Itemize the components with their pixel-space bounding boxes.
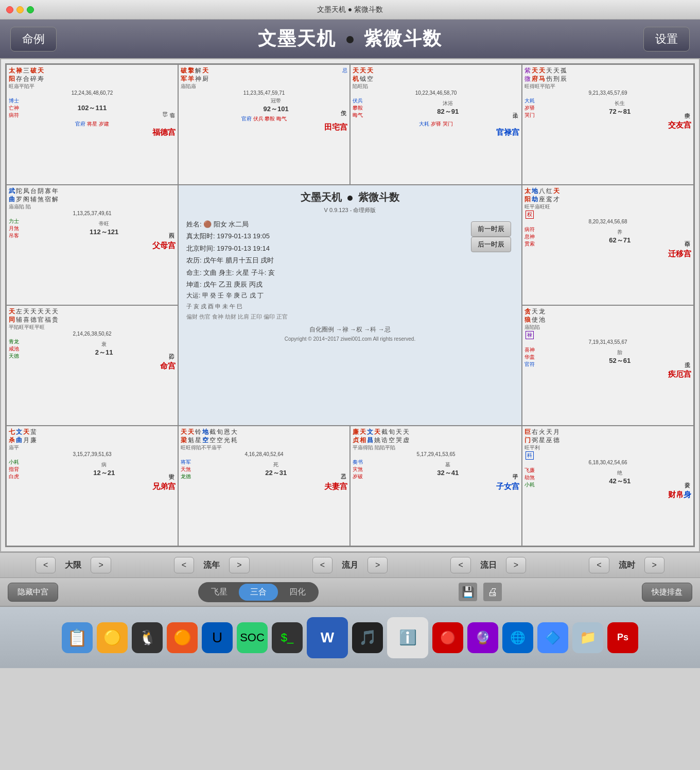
app-header: 命例 文墨天机 紫微斗数 设置 bbox=[0, 20, 700, 58]
nav-daxian: < 大限 > bbox=[4, 557, 143, 573]
cell-caibo: 巨右火天月 门弼星巫德 旺平利 科 6,18,30,42,54,66 飞廉 劫煞… bbox=[522, 426, 694, 546]
liuyear-label: 流年 bbox=[196, 560, 227, 571]
liuday-next-button[interactable]: > bbox=[506, 557, 526, 573]
palace-qianyi: 迁移宫 bbox=[524, 249, 691, 259]
dock-item-5[interactable]: SOC bbox=[237, 622, 268, 653]
cell-fuqi: 天天铃地截旬恩大 梁魁星空空空光耗 旺旺得陷不平庙平 4,16,28,40,52… bbox=[178, 426, 350, 546]
daxian-next-button[interactable]: > bbox=[91, 557, 111, 573]
center-info: 姓名: 🟤 阳女 水二局 真太阳时: 1979-01-13 19:05 北京时间… bbox=[186, 218, 514, 322]
dock-item-terminal[interactable]: $_ bbox=[272, 622, 303, 653]
quick-paipan-button[interactable]: 快捷排盘 bbox=[642, 583, 692, 602]
cell-center: 文墨天机 紫微斗数 V 0.9.123 - 命理师版 姓名: 🟤 阳女 水二局 … bbox=[178, 185, 522, 426]
cell-xiongdi: 七文天蜚 杀曲月廉 庙平 3,15,27,39,51,63 小耗 指背 白虎 病… bbox=[6, 426, 178, 546]
dock-item-red[interactable]: 🔴 bbox=[432, 622, 463, 653]
save-icon[interactable]: 💾 bbox=[459, 583, 477, 601]
nav-liuyear: < 流年 > bbox=[143, 557, 281, 573]
hide-center-button[interactable]: 隐藏中宫 bbox=[8, 583, 58, 602]
nav-liuday: < 流日 > bbox=[419, 557, 557, 573]
nav-liushi: < 流时 > bbox=[557, 557, 696, 573]
next-shichen-button[interactable]: 后一时辰 bbox=[471, 237, 511, 252]
nav-liumonth: < 流月 > bbox=[281, 557, 419, 573]
bottom-nav: < 大限 > < 流年 > < 流月 > < 流日 > < 流时 > bbox=[0, 552, 700, 578]
dock-item-globe[interactable]: 🌐 bbox=[502, 622, 533, 653]
feixin-button[interactable]: 飞星 bbox=[200, 584, 239, 601]
liushi-next-button[interactable]: > bbox=[644, 557, 664, 573]
window-controls[interactable] bbox=[6, 6, 34, 13]
liumonth-label: 流月 bbox=[335, 560, 365, 571]
app-title: 文墨天机 紫微斗数 bbox=[258, 26, 442, 51]
daxian-prev-button[interactable]: < bbox=[36, 557, 56, 573]
dock-item-purple[interactable]: 🔮 bbox=[467, 622, 498, 653]
cell-ming: 天左天天天天天 同辅喜德官福贵 平陷旺平旺平旺 2,14,26,38,50,62… bbox=[6, 305, 178, 426]
cell-zinv: 廉天文天截旬天天 贞相昌姚诰空哭虚 平庙得陷 陷陷平陷 5,17,29,41,5… bbox=[350, 426, 522, 546]
main-content: 太禄三破天 阳存合碎寿 旺庙平陷平 12,24,36,48,60,72 博士 亡… bbox=[0, 58, 700, 552]
palace-jie: 疾厄宫 bbox=[524, 370, 691, 379]
print-icon[interactable]: 🖨 bbox=[483, 583, 502, 601]
liushi-prev-button[interactable]: < bbox=[589, 557, 609, 573]
palace-ming: 命宫 bbox=[9, 361, 176, 371]
dock-item-folder[interactable]: 📁 bbox=[572, 622, 603, 653]
cell-tianzhai: 破擎解天 军羊神厨 庙陷庙 忌 11,23,35,47,59,71 冠带 92～… bbox=[178, 64, 350, 185]
chart-grid: 太禄三破天 阳存合碎寿 旺庙平陷平 12,24,36,48,60,72 博士 亡… bbox=[5, 63, 695, 547]
daxian-label: 大限 bbox=[58, 560, 89, 571]
palace-xiongdi: 兄弟宫 bbox=[9, 482, 176, 492]
cell-numbers-fude: 12,24,36,48,60,72 bbox=[9, 90, 176, 96]
cell-jie: 贪天龙 狼使池 庙陷陷 禄 7,19,31,43,55,67 喜神 华盖 官符 … bbox=[522, 305, 694, 426]
palace-jiaoyou: 交友宫 bbox=[524, 120, 691, 130]
sanhe-button[interactable]: 三合 bbox=[239, 584, 278, 601]
dock-item-4[interactable]: U bbox=[202, 622, 233, 653]
window-title: 文墨天机 ● 紫微斗数 bbox=[317, 5, 383, 14]
liumonth-next-button[interactable]: > bbox=[367, 557, 388, 573]
center-dot bbox=[347, 196, 353, 201]
palace-fude: 福德宫 bbox=[9, 128, 176, 137]
palace-zinv: 子女宫 bbox=[353, 482, 519, 492]
palace-fumu: 父母宫 bbox=[9, 241, 176, 251]
shezhi-button[interactable]: 设置 bbox=[643, 27, 690, 51]
bottom-toolbar: 隐藏中宫 飞星 三合 四化 💾 🖨 快捷排盘 bbox=[0, 578, 700, 606]
cell-fumu: 武陀凤台阴寡年 曲罗阁辅煞宿解 庙庙陷 陷 1,13,25,37,49,61 力… bbox=[6, 185, 178, 305]
dock-item-finder[interactable]: 📋 bbox=[62, 622, 93, 653]
maximize-button[interactable] bbox=[27, 6, 34, 13]
palace-fuqi: 夫妻宫 bbox=[181, 482, 347, 492]
minimize-button[interactable] bbox=[16, 6, 24, 13]
center-version: V 0.9.123 - 命理师版 bbox=[186, 206, 514, 214]
mingli-button[interactable]: 命例 bbox=[10, 27, 57, 51]
liuday-prev-button[interactable]: < bbox=[450, 557, 470, 573]
center-app-title: 文墨天机 紫微斗数 bbox=[186, 190, 514, 204]
liuyear-next-button[interactable]: > bbox=[229, 557, 249, 573]
liuday-label: 流日 bbox=[473, 560, 504, 571]
dock-item-blue[interactable]: 🔷 bbox=[537, 622, 568, 653]
palace-guanlu: 官禄宫 bbox=[353, 128, 519, 137]
liumonth-prev-button[interactable]: < bbox=[312, 557, 332, 573]
zihua-legend: 自化圈例 →禄 →权 →科 →忌 bbox=[186, 325, 514, 334]
copyright: Copyright © 2014~2017 ziwei001.com All r… bbox=[186, 336, 514, 342]
prev-shichen-button[interactable]: 前一时辰 bbox=[471, 221, 511, 237]
dock-item-adobe[interactable]: Ps bbox=[607, 622, 638, 653]
dock-bar: 📋 🟡 🐧 🟠 U SOC $_ W 🎵 ℹ️ 🔴 🔮 🌐 🔷 📁 Ps bbox=[0, 606, 700, 668]
liushi-label: 流时 bbox=[611, 560, 642, 571]
dock-item-info[interactable]: ℹ️ bbox=[387, 617, 428, 658]
cell-fude: 太禄三破天 阳存合碎寿 旺庙平陷平 12,24,36,48,60,72 博士 亡… bbox=[6, 64, 178, 185]
dock-item-word[interactable]: W bbox=[307, 617, 348, 658]
cell-jiaoyou: 紫天天天天孤 微府马伤刑辰 旺得旺平陷平 9,21,33,45,57,69 大耗… bbox=[522, 64, 694, 185]
sihua-button[interactable]: 四化 bbox=[278, 584, 317, 601]
liuyear-prev-button[interactable]: < bbox=[174, 557, 194, 573]
view-toggle-group: 飞星 三合 四化 bbox=[198, 582, 319, 602]
title-dot bbox=[346, 36, 354, 43]
palace-caibo: 财帛身 bbox=[524, 490, 691, 500]
dock-item-2[interactable]: 🐧 bbox=[132, 622, 163, 653]
dock-item-3[interactable]: 🟠 bbox=[167, 622, 198, 653]
dock-item-1[interactable]: 🟡 bbox=[97, 622, 128, 653]
titlebar: 文墨天机 ● 紫微斗数 bbox=[0, 0, 700, 20]
close-button[interactable] bbox=[6, 6, 13, 13]
cell-qianyi: 太地八红天 阳劫座鸾才 旺平庙旺旺 权 8,20,32,44,56,68 病符 … bbox=[522, 185, 694, 305]
dock-item-music[interactable]: 🎵 bbox=[352, 622, 383, 653]
palace-tianzhai: 田宅宫 bbox=[181, 122, 347, 132]
cell-guanlu: 天天天 机钺空 陷旺陷 10,22,34,46,58,70 伏兵 攀鞍 晦气 沐… bbox=[350, 64, 522, 185]
